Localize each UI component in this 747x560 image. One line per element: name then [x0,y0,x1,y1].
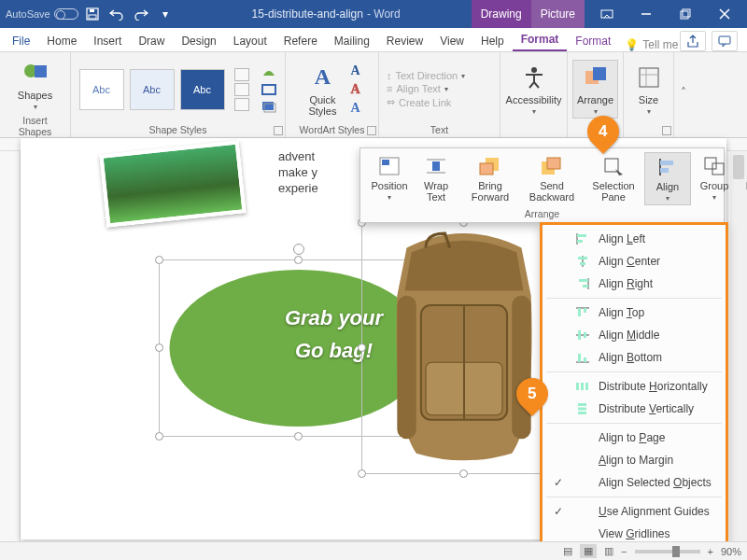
share-icon[interactable] [680,31,706,51]
tab-mailings[interactable]: Mailing [326,31,378,51]
shapes-icon [21,58,50,88]
view-read-icon[interactable]: ▤ [563,545,572,557]
mi-align-to-page[interactable]: Align to Page [543,427,726,449]
align-text-label: Align Text [396,83,441,94]
style-preset-2[interactable]: Abc [130,69,175,110]
save-icon[interactable] [82,4,103,24]
mi-distribute-vertical[interactable]: Distribute Vertically [543,398,726,420]
accessibility-icon [519,63,549,92]
rotate-handle-icon[interactable] [293,244,304,255]
svg-rect-51 [578,330,581,340]
view-web-icon[interactable]: ▥ [604,545,613,557]
redo-icon[interactable] [131,4,151,24]
tab-format-picture[interactable]: Format [567,31,619,51]
photo-park[interactable] [99,140,246,227]
selection-pane-button[interactable]: Selection Pane [583,152,644,205]
mi-align-center[interactable]: Align Center [543,250,726,273]
tab-references[interactable]: Refere [275,31,326,51]
tab-draw[interactable]: Draw [130,31,173,51]
backpack-image-selected[interactable] [361,222,567,474]
tab-format-drawing[interactable]: Format [513,29,568,51]
text-fill-icon[interactable]: A [350,63,359,78]
launcher-wordart-icon[interactable] [367,126,376,135]
restore-icon[interactable] [667,0,704,28]
svg-rect-5 [681,11,688,19]
position-button[interactable]: Position▾ [366,152,413,205]
mi-align-selected[interactable]: ✓Align Selected Objects [543,471,726,494]
style-preset-1[interactable]: Abc [79,69,124,110]
create-link-label: Create Link [399,97,451,108]
vertical-scrollbar[interactable] [730,151,747,541]
zoom-level[interactable]: 90% [721,546,741,557]
close-icon[interactable] [706,0,743,28]
text-effects-icon[interactable]: A [350,101,359,116]
tab-view[interactable]: View [431,31,472,51]
send-backward-button[interactable]: Send Backward [521,152,583,205]
tab-insert[interactable]: Insert [85,31,130,51]
tab-help[interactable]: Help [472,31,513,51]
shapes-button[interactable]: Shapes▾ [14,56,56,113]
arrange-button[interactable]: Arrange▾ [572,60,618,119]
launcher-size-icon[interactable] [662,126,671,135]
rotate-button[interactable]: Rotate▾ [738,152,747,205]
mi-align-bottom[interactable]: Align Bottom [543,346,726,369]
link-icon: ⇔ [387,96,395,108]
tab-design[interactable]: Design [173,31,224,51]
size-button[interactable]: Size▾ [630,61,668,118]
collapse-ribbon-icon[interactable]: ˄ [681,86,686,99]
style-preset-3[interactable]: Abc [180,69,225,110]
mi-align-left[interactable]: Align Left [543,228,726,250]
vertical-ruler [0,151,21,541]
bring-forward-button[interactable]: Bring Forward [459,152,521,205]
mi-align-right[interactable]: Align Right [543,273,726,295]
text-outline-icon[interactable]: A [350,82,359,97]
style-scroll-up-icon[interactable] [234,68,249,81]
align-bottom-icon [574,350,591,365]
svg-rect-34 [660,161,673,165]
tab-layout[interactable]: Layout [225,31,275,51]
align-icon [655,155,681,179]
style-scroll-down-icon[interactable] [234,83,249,96]
mi-alignment-guides[interactable]: ✓Use Alignment Guides [543,500,726,523]
mi-align-top[interactable]: Align Top [543,301,726,324]
shape-fill-icon[interactable] [261,66,277,79]
align-label: Align [656,181,679,192]
tab-file[interactable]: File [4,31,38,51]
callout-4-label: 4 [599,122,607,141]
callout-5-label: 5 [528,385,536,403]
mi-distribute-horizontal[interactable]: Distribute Horizontally [543,375,726,398]
svg-rect-3 [601,10,613,18]
style-more-icon[interactable] [234,98,249,111]
mi-align-middle[interactable]: Align Middle [543,324,726,346]
svg-rect-2 [90,9,94,12]
comments-icon[interactable] [712,31,738,51]
qat-more-icon[interactable]: ▾ [155,4,176,24]
minimize-icon[interactable] [627,0,665,28]
svg-rect-61 [578,412,586,414]
zoom-slider[interactable] [635,550,700,553]
position-label: Position [371,180,407,191]
tab-home[interactable]: Home [38,31,85,51]
view-print-icon[interactable]: ▦ [580,544,597,558]
wrap-text-button[interactable]: Wrap Text [413,152,459,205]
quick-styles-button[interactable]: A Quick Styles [303,61,341,119]
tell-me[interactable]: 💡Tell me [625,38,678,51]
zoom-out-icon[interactable]: − [621,546,627,557]
selection-pane-icon [600,154,627,178]
svg-rect-60 [578,408,586,411]
align-button[interactable]: Align▾ [644,152,691,205]
context-tab-drawing[interactable]: Drawing [472,0,531,28]
accessibility-button[interactable]: Accessibility▾ [502,61,566,118]
ribbon-options-icon[interactable] [588,0,626,28]
autosave-toggle[interactable]: AutoSave [6,8,78,20]
group-button[interactable]: Group▾ [691,152,738,205]
launcher-shape-styles-icon[interactable] [274,126,283,135]
shape-outline-icon[interactable] [261,83,277,96]
context-tab-picture[interactable]: Picture [531,0,585,28]
title-bar: AutoSave ▾ 15-distribute-and-align - Wor… [0,0,747,28]
zoom-in-icon[interactable]: + [708,546,713,557]
undo-icon[interactable] [106,4,127,24]
mi-align-to-margin[interactable]: Align to Margin [543,449,726,471]
tab-review[interactable]: Review [378,31,431,51]
shape-effects-icon[interactable] [261,100,277,113]
